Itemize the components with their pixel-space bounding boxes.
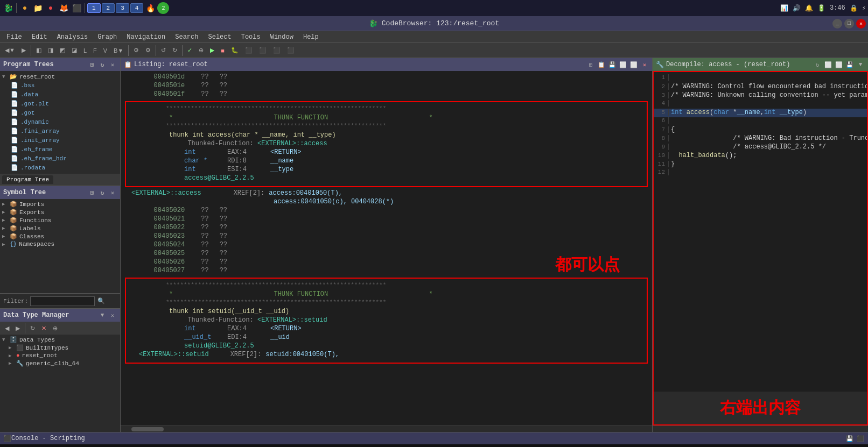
- close-button[interactable]: ✕: [856, 19, 866, 29]
- tb-btn3[interactable]: ◩: [57, 45, 68, 55]
- external-ref[interactable]: <EXTERNAL>::access: [131, 189, 201, 197]
- list-item[interactable]: 📄 .init_array: [0, 136, 120, 145]
- dtm-btn2[interactable]: ✕: [39, 323, 49, 334]
- maximize-button[interactable]: □: [844, 19, 854, 29]
- list-item[interactable]: <EXTERNAL>::access XREF[2]: access:00401…: [121, 189, 652, 198]
- tree-row-namespaces[interactable]: ▶ {} Namespaces: [0, 240, 120, 248]
- tree-row-labels[interactable]: ▶ 📦 Labels: [0, 224, 120, 232]
- tb-forward[interactable]: ▶: [19, 45, 29, 55]
- list-item[interactable]: 00405020????: [121, 207, 652, 215]
- list-item[interactable]: 📄 .eh_frame: [0, 145, 120, 154]
- decompile-content[interactable]: 1 2 /* WARNING: Control flow encountered…: [654, 72, 867, 392]
- taskbar-btn-4[interactable]: 4: [130, 3, 144, 13]
- listing-icon4[interactable]: ⬜: [619, 60, 627, 69]
- dc-menu[interactable]: ▼: [856, 60, 865, 69]
- symbol-tree-content[interactable]: ▶ 📦 Imports ▶ 📦 Exports ▶ 📦 Functions ▶ …: [0, 199, 120, 293]
- tb-debug[interactable]: 🐛: [228, 45, 241, 55]
- tree-row-reset-root-dt[interactable]: ▶ ● reset_root: [0, 352, 120, 359]
- terminal-icon[interactable]: ⬛: [71, 2, 82, 14]
- tree-row-reset-root[interactable]: ▼ 📂 reset_root: [0, 73, 120, 81]
- dc-icon2[interactable]: ⬜: [835, 60, 843, 69]
- browser-icon[interactable]: ●: [19, 2, 31, 14]
- tb-back[interactable]: ◀▼: [2, 45, 18, 55]
- minimize-button[interactable]: _: [832, 19, 842, 29]
- pt-icon2[interactable]: ↻: [98, 60, 107, 69]
- tb-redo[interactable]: ↻: [170, 45, 180, 55]
- dc-icon1[interactable]: ⬜: [824, 60, 832, 69]
- scroll-thumb[interactable]: [131, 427, 164, 431]
- tree-row-data-types[interactable]: ▼ 🗄️ Data Types: [0, 336, 120, 344]
- thunk-block-2[interactable]: ****************************************…: [125, 278, 648, 364]
- tree-row-fini[interactable]: 📄 .fini_array: [0, 127, 120, 135]
- filter-icon[interactable]: 🔍: [97, 297, 106, 306]
- list-item[interactable]: 00405021????: [121, 215, 652, 224]
- st-close[interactable]: ✕: [108, 188, 117, 197]
- list-item[interactable]: 0040501e ?? ??: [121, 82, 652, 90]
- xref-val1[interactable]: access:00401050(T),: [269, 189, 342, 197]
- list-item[interactable]: 00405023????: [121, 232, 652, 241]
- st-icon1[interactable]: ⊞: [88, 188, 96, 197]
- tb-misc2[interactable]: ⬛: [256, 45, 269, 55]
- tb-B[interactable]: B▼: [111, 46, 126, 55]
- tree-row-dynamic[interactable]: 📄 .dynamic: [0, 118, 120, 126]
- list-item[interactable]: setuid@GLIBC_2.2.5: [128, 342, 645, 351]
- list-item[interactable]: 00405022????: [121, 224, 652, 232]
- tb-misc3[interactable]: ⬛: [270, 45, 283, 55]
- thunked-ref[interactable]: <EXTERNAL>::access: [257, 140, 327, 147]
- tb-undo[interactable]: ↺: [158, 45, 169, 55]
- ghidra-icon[interactable]: 🔥: [144, 2, 156, 14]
- dtm-back[interactable]: ◀: [2, 323, 12, 334]
- tb-V[interactable]: V: [101, 46, 110, 55]
- firefox-icon[interactable]: 🦊: [58, 2, 69, 14]
- dc-save[interactable]: 💾: [845, 60, 854, 69]
- listing-icon2[interactable]: 📋: [597, 60, 606, 69]
- list-item[interactable]: 0040501f ?? ??: [121, 90, 652, 99]
- tree-row-data[interactable]: 📄 .data: [0, 90, 120, 98]
- task-icon2[interactable]: 2: [157, 2, 169, 14]
- tree-row-init[interactable]: 📄 .init_array: [0, 136, 120, 144]
- filter-input[interactable]: [30, 296, 95, 306]
- tb-stop[interactable]: ■: [218, 46, 227, 55]
- tree-row-imports[interactable]: ▶ 📦 Imports: [0, 200, 120, 208]
- menu-tools[interactable]: Tools: [237, 32, 265, 42]
- tree-row-builtins[interactable]: ▶ ⬛ BuiltInTypes: [0, 344, 120, 352]
- list-item[interactable]: ▼ 📂 reset_root 📄 .bss 📄 .data: [0, 72, 120, 173]
- pt-icon1[interactable]: ⊞: [88, 60, 96, 69]
- listing-icon3[interactable]: 💾: [608, 60, 617, 69]
- tb-run[interactable]: ▶: [207, 45, 217, 55]
- menu-graph[interactable]: Graph: [93, 32, 121, 42]
- xref-val2[interactable]: access:00401050(c), 00404028(*): [274, 198, 394, 205]
- list-item[interactable]: thunk int setuid(__uid_t __uid): [128, 308, 645, 316]
- external-ref2[interactable]: <EXTERNAL>::setuid: [139, 351, 209, 358]
- dtm-close[interactable]: ✕: [108, 311, 117, 320]
- tree-row-rodata[interactable]: 📄 .rodata: [0, 164, 120, 172]
- decompile-scrollbar[interactable]: [653, 425, 868, 432]
- tree-row-eh-frame-hdr[interactable]: 📄 .eh_frame_hdr: [0, 154, 120, 162]
- dtm-content[interactable]: ▼ 🗄️ Data Types ▶ ⬛ BuiltInTypes ▶ ● res…: [0, 335, 120, 432]
- list-item[interactable]: 📄 .eh_frame_hdr: [0, 154, 120, 163]
- tb-btn5[interactable]: ⚙: [131, 45, 142, 55]
- list-item[interactable]: 📄 .fini_array: [0, 126, 120, 136]
- list-item[interactable]: <EXTERNAL>::setuid XREF[2]: setuid:00401…: [128, 351, 645, 359]
- tb-F[interactable]: F: [90, 46, 100, 55]
- menu-file[interactable]: File: [2, 32, 26, 42]
- tree-row-got[interactable]: 📄 .got: [0, 109, 120, 117]
- st-icon2[interactable]: ↻: [98, 188, 107, 197]
- archive-icon[interactable]: ●: [45, 2, 57, 14]
- dc-refresh[interactable]: ↻: [813, 60, 822, 69]
- listing-icon1[interactable]: ⊞: [586, 60, 595, 69]
- list-item[interactable]: 📄 .data: [0, 90, 120, 99]
- glibc-ref2[interactable]: setuid@GLIBC_2.2.5: [184, 342, 254, 350]
- listing-scrollbar[interactable]: [121, 425, 652, 432]
- list-item[interactable]: 📄 .rodata: [0, 163, 120, 172]
- tree-row-functions[interactable]: ▶ 📦 Functions: [0, 216, 120, 224]
- taskbar-btn-3[interactable]: 3: [116, 3, 129, 13]
- tb-misc4[interactable]: ⬛: [284, 45, 297, 55]
- dtm-btn1[interactable]: ↻: [27, 323, 38, 334]
- tree-row-classes[interactable]: ▶ 📦 Classes: [0, 232, 120, 240]
- menu-window[interactable]: Window: [266, 32, 298, 42]
- list-item[interactable]: 📄 .dynamic: [0, 117, 120, 126]
- list-item[interactable]: 00405024????: [121, 241, 652, 250]
- menu-navigation[interactable]: Navigation: [122, 32, 170, 42]
- pt-close[interactable]: ✕: [108, 60, 117, 69]
